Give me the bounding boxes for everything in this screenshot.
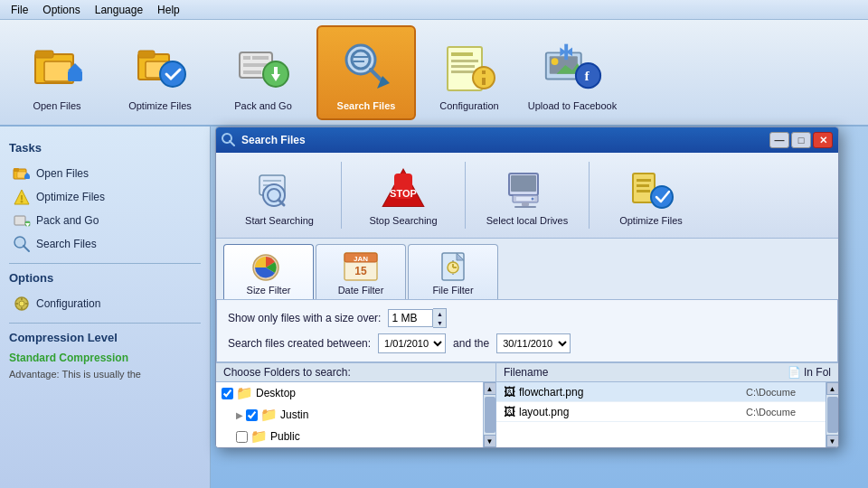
dialog-controls: — □ ✕ — [769, 132, 833, 148]
select-drives-btn[interactable]: Select local Drives — [473, 158, 581, 232]
date-filter-tab[interactable]: JAN 15 Date Filter — [316, 244, 406, 299]
menu-file[interactable]: File — [4, 2, 35, 18]
menu-help[interactable]: Help — [150, 2, 187, 18]
toolbar-configuration[interactable]: Configuration — [420, 25, 519, 120]
date-from-select[interactable]: 1/01/2010 — [378, 333, 446, 353]
size-value-input[interactable] — [388, 309, 433, 327]
toolbar-upload-facebook[interactable]: f Upload to Facebook — [523, 25, 622, 120]
size-decrement-btn[interactable]: ▼ — [433, 318, 446, 327]
sidebar-configuration[interactable]: Configuration — [9, 292, 201, 315]
svg-rect-81 — [637, 190, 650, 192]
options-title: Options — [9, 271, 201, 285]
folders-scroll-down[interactable]: ▼ — [484, 435, 496, 447]
infol-label: In Fol — [804, 366, 831, 379]
size-filter-row-1: Show only files with a size over: ▲ ▼ — [228, 305, 826, 331]
size-filter-icon — [249, 249, 288, 285]
svg-rect-57 — [25, 303, 28, 305]
folders-scroll-content: 📁 Desktop ▶ 📁 Justin — [216, 382, 483, 447]
toolbar-search-files[interactable]: Search Files — [316, 25, 416, 120]
result-folder-2: C:\Docume — [746, 407, 818, 418]
svg-rect-56 — [15, 303, 18, 305]
pack-sidebar-icon — [13, 211, 31, 230]
svg-text:STOP: STOP — [390, 188, 417, 199]
desktop-checkbox[interactable] — [222, 388, 233, 399]
configuration-icon — [438, 33, 501, 97]
file-filter-icon — [433, 249, 473, 285]
toolbar-pack-and-go[interactable]: Pack and Go — [213, 25, 313, 120]
size-increment-btn[interactable]: ▲ — [433, 309, 446, 318]
svg-rect-16 — [274, 67, 278, 78]
dialog-minimize-btn[interactable]: — — [769, 132, 789, 148]
results-panel: Filename 📄 In Fol 🖼 flowchart.png — [496, 363, 838, 447]
public-folder-icon: 📁 — [250, 428, 268, 445]
folder-item-desktop[interactable]: 📁 Desktop — [216, 382, 483, 404]
menu-language[interactable]: Language — [88, 2, 150, 18]
compression-value: Standard Compression — [9, 352, 201, 364]
results-scroll-up[interactable]: ▲ — [826, 382, 839, 395]
size-filter-tab[interactable]: Size Filter — [223, 244, 314, 299]
dialog-optimize-label: Optimize Files — [619, 215, 683, 226]
svg-rect-30 — [482, 78, 486, 85]
toolbar-sep-2 — [465, 162, 466, 229]
file-filter-label: File Filter — [432, 285, 473, 296]
dialog-optimize-btn[interactable]: Optimize Files — [597, 158, 705, 232]
optimize-sidebar-icon — [13, 188, 31, 206]
svg-rect-21 — [354, 61, 364, 62]
result-row-2[interactable]: 🖼 layout.png C:\Docume — [496, 402, 826, 422]
svg-rect-80 — [637, 184, 649, 187]
main-toolbar: Open Files Optimize Files — [0, 20, 868, 127]
file-filter-tab[interactable]: File Filter — [408, 244, 498, 299]
svg-rect-2 — [44, 61, 71, 81]
tasks-title: Tasks — [9, 141, 201, 155]
results-col-filename: Filename — [504, 366, 788, 379]
svg-rect-24 — [451, 52, 473, 56]
result-filename-2: 🖼 layout.png — [504, 405, 746, 418]
svg-rect-10 — [243, 56, 250, 60]
menu-options[interactable]: Options — [35, 2, 87, 18]
svg-point-34 — [552, 58, 559, 65]
svg-rect-26 — [451, 65, 475, 68]
pack-and-go-label: Pack and Go — [234, 100, 292, 111]
results-scroll-down[interactable]: ▼ — [826, 435, 839, 447]
filter-tabs-container: Size Filter JAN 15 Date Filter — [216, 239, 838, 300]
folder-item-justin[interactable]: ▶ 📁 Justin — [216, 404, 483, 426]
svg-rect-4 — [68, 70, 82, 81]
sidebar-pack-and-go[interactable]: Pack and Go — [9, 209, 201, 232]
toolbar-optimize-files[interactable]: Optimize Files — [110, 25, 210, 120]
size-filter-label: Size Filter — [247, 285, 291, 296]
date-to-select[interactable]: 30/11/2010 — [496, 333, 571, 353]
folders-list: 📁 Desktop ▶ 📁 Justin — [216, 382, 495, 447]
start-searching-icon — [254, 164, 305, 211]
justin-checkbox[interactable] — [246, 409, 258, 421]
sidebar-open-files[interactable]: Open Files — [9, 162, 201, 185]
folders-panel: Choose Folders to search: 📁 Desktop ▶ — [216, 363, 496, 447]
sidebar-search-files[interactable]: Search Files — [9, 232, 201, 256]
public-label: Public — [270, 430, 300, 443]
folder-item-public[interactable]: 📁 Public — [216, 426, 483, 447]
folders-scroll-up[interactable]: ▲ — [484, 382, 496, 395]
svg-line-51 — [24, 246, 29, 251]
stop-searching-btn[interactable]: STOP Stop Searching — [349, 158, 458, 232]
filter-content: Show only files with a size over: ▲ ▼ Se… — [216, 300, 838, 362]
sidebar-optimize-files[interactable]: Optimize Files — [9, 185, 201, 209]
justin-folder-icon: 📁 — [260, 407, 278, 423]
public-checkbox[interactable] — [236, 431, 248, 443]
sidebar-divider-2 — [9, 323, 201, 324]
select-drives-label: Select local Drives — [486, 215, 568, 226]
svg-rect-76 — [522, 202, 529, 206]
toolbar-open-files[interactable]: Open Files — [7, 25, 107, 120]
svg-rect-25 — [451, 60, 478, 62]
start-searching-label: Start Searching — [245, 215, 314, 226]
sidebar-divider-1 — [9, 263, 201, 264]
open-files-label: Open Files — [33, 100, 80, 111]
upload-facebook-label: Upload to Facebook — [528, 100, 617, 111]
dialog-close-btn[interactable]: ✕ — [813, 132, 833, 148]
dialog-maximize-btn[interactable]: □ — [791, 132, 811, 148]
svg-rect-72 — [511, 175, 536, 192]
size-spinner: ▲ ▼ — [433, 308, 447, 328]
svg-rect-1 — [35, 51, 53, 58]
search-sidebar-icon — [13, 235, 31, 253]
svg-rect-40 — [14, 168, 19, 172]
result-row-1[interactable]: 🖼 flowchart.png C:\Docume — [496, 382, 826, 402]
start-searching-btn[interactable]: Start Searching — [225, 158, 334, 232]
